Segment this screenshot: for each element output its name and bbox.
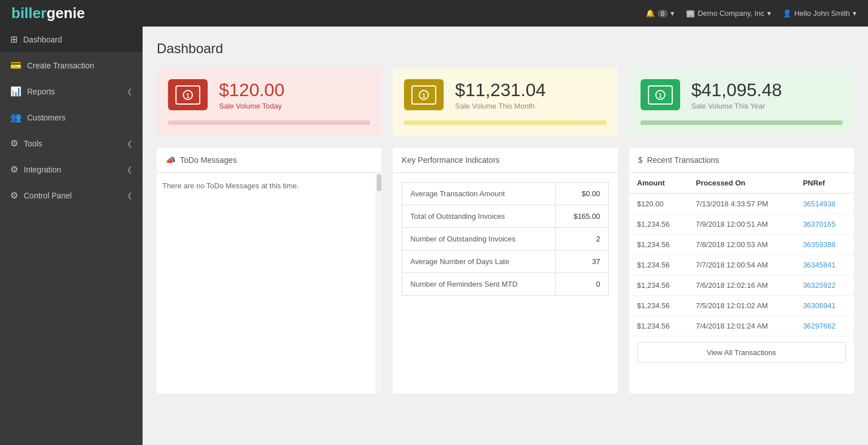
kpi-row-value: $165.00: [555, 205, 608, 228]
tx-processed-on: 7/7/2018 12:00:54 AM: [688, 255, 795, 275]
stat-icon-month: 1: [404, 79, 444, 110]
company-chevron-icon: ▾: [767, 9, 771, 18]
company-icon: 🏢: [686, 9, 695, 18]
logo: billergenie: [11, 5, 85, 22]
stat-label-month: Sale Volume This Month: [455, 102, 545, 110]
kpi-row: Average Number of Days Late37: [402, 250, 608, 273]
control-panel-icon: ⚙: [10, 190, 18, 201]
logo-genie: genie: [46, 5, 85, 21]
stat-amount-year: $41,095.48: [691, 80, 782, 101]
bottom-row: 📣 ToDo Messages There are no ToDo Messag…: [157, 148, 854, 394]
sidebar-item-tools[interactable]: ⚙ Tools ❮: [0, 131, 143, 157]
kpi-row-value: 37: [555, 250, 608, 273]
sidebar-item-integration[interactable]: ⚙ Integration ❮: [0, 157, 143, 183]
kpi-panel: Key Performance Indicators Average Trans…: [393, 148, 617, 394]
tx-pnref-link[interactable]: 36345841: [795, 255, 854, 275]
tx-pnref-link[interactable]: 36514938: [795, 193, 854, 214]
tx-amount: $1,234.56: [629, 296, 688, 316]
svg-text:1: 1: [422, 92, 426, 99]
stat-bottom-bar-today: [168, 120, 370, 125]
main-content: Dashboard 1 $120.00 Sale Volume Today: [143, 27, 868, 445]
tx-pnref-link[interactable]: 36359388: [795, 235, 854, 255]
kpi-row-label: Total of Outstanding Invoices: [402, 205, 555, 228]
tx-pnref-link[interactable]: 36306941: [795, 296, 854, 316]
tx-processed-on: 7/6/2018 12:02:16 AM: [688, 275, 795, 296]
sidebar-item-customers[interactable]: 👥 Customers: [0, 105, 143, 131]
tx-processed-on: 7/13/2018 4:33:57 PM: [688, 193, 795, 214]
stat-card-month: 1 $11,231.04 Sale Volume This Month: [393, 68, 617, 136]
recent-transactions-icon: $: [638, 155, 643, 165]
transactions-table: AmountProcessed OnPNRef $120.00 7/13/201…: [629, 173, 854, 336]
tx-amount: $1,234.56: [629, 275, 688, 296]
todo-body: There are no ToDo Messages at this time.: [157, 173, 381, 394]
kpi-row-label: Average Transaction Amount: [402, 183, 555, 205]
sidebar-item-reports[interactable]: 📊 Reports ❮: [0, 79, 143, 105]
tx-amount: $120.00: [629, 193, 688, 214]
kpi-header-label: Key Performance Indicators: [402, 155, 500, 165]
svg-text:1: 1: [659, 92, 662, 99]
sidebar-item-control-panel[interactable]: ⚙ Control Panel ❮: [0, 183, 143, 209]
sidebar-label-tools: Tools: [24, 139, 42, 148]
tx-pnref-link[interactable]: 36325922: [795, 275, 854, 296]
stat-icon-year: 1: [641, 79, 680, 110]
transaction-row: $1,234.56 7/9/2018 12:00:51 AM 36370165: [629, 214, 854, 235]
sidebar-item-create-transaction[interactable]: 💳 Create Transaction: [0, 53, 143, 79]
bell-icon: 🔔: [646, 9, 655, 18]
user-icon: 👤: [783, 9, 792, 18]
customers-icon: 👥: [10, 112, 22, 123]
user-chevron-icon: ▾: [853, 9, 857, 18]
transaction-row: $1,234.56 7/8/2018 12:00:53 AM 36359388: [629, 235, 854, 255]
kpi-row-label: Average Number of Days Late: [402, 250, 555, 273]
kpi-row-value: 2: [555, 228, 608, 250]
integration-icon: ⚙: [10, 164, 18, 175]
user-menu[interactable]: 👤 Hello John Smith ▾: [783, 9, 857, 18]
kpi-table: Average Transaction Amount$0.00Total of …: [402, 182, 608, 296]
kpi-row: Total of Outstanding Invoices$165.00: [402, 205, 608, 228]
transaction-row: $1,234.56 7/5/2018 12:01:02 AM 36306941: [629, 296, 854, 316]
page-title: Dashboard: [157, 41, 854, 57]
user-greeting: Hello John Smith: [794, 9, 850, 18]
dashboard-icon: ⊞: [10, 34, 18, 45]
transaction-row: $1,234.56 7/6/2018 12:02:16 AM 36325922: [629, 275, 854, 296]
stats-row: 1 $120.00 Sale Volume Today: [157, 68, 854, 136]
integration-chevron-icon: ❮: [127, 166, 132, 174]
tx-amount: $1,234.56: [629, 255, 688, 275]
recent-transactions-label: Recent Transactions: [647, 155, 719, 165]
sidebar-label-dashboard: Dashboard: [23, 35, 62, 44]
sidebar-label-customers: Customers: [27, 113, 66, 122]
transaction-row: $1,234.56 7/4/2018 12:01:24 AM 36297662: [629, 316, 854, 336]
tx-col-header: PNRef: [795, 173, 854, 193]
kpi-row: Average Transaction Amount$0.00: [402, 183, 608, 205]
view-all-transactions-button[interactable]: View All Transactions: [637, 342, 846, 363]
notifications-badge: 0: [658, 10, 668, 18]
sidebar-label-create-transaction: Create Transaction: [27, 61, 94, 70]
transaction-row: $120.00 7/13/2018 4:33:57 PM 36514938: [629, 193, 854, 214]
reports-chevron-icon: ❮: [127, 88, 132, 96]
notifications-bell[interactable]: 🔔 0 ▾: [646, 9, 674, 18]
tx-col-header: Amount: [629, 173, 688, 193]
tx-processed-on: 7/9/2018 12:00:51 AM: [688, 214, 795, 235]
tx-amount: $1,234.56: [629, 316, 688, 336]
main-layout: ⊞ Dashboard 💳 Create Transaction 📊 Repor…: [0, 27, 868, 445]
stat-card-today: 1 $120.00 Sale Volume Today: [157, 68, 381, 136]
tx-pnref-link[interactable]: 36297662: [795, 316, 854, 336]
stat-amount-month: $11,231.04: [455, 80, 545, 101]
company-selector[interactable]: 🏢 Demo Company, Inc ▾: [686, 9, 771, 18]
tx-processed-on: 7/5/2018 12:01:02 AM: [688, 296, 795, 316]
sidebar-label-integration: Integration: [24, 165, 61, 174]
tx-processed-on: 7/4/2018 12:01:24 AM: [688, 316, 795, 336]
reports-icon: 📊: [10, 86, 22, 97]
stat-icon-today: 1: [168, 79, 208, 110]
tx-col-header: Processed On: [688, 173, 795, 193]
stat-amount-today: $120.00: [219, 80, 285, 101]
todo-header: 📣 ToDo Messages: [157, 148, 381, 173]
top-navigation: billergenie 🔔 0 ▾ 🏢 Demo Company, Inc ▾ …: [0, 0, 868, 27]
tx-amount: $1,234.56: [629, 235, 688, 255]
kpi-row-label: Number of Reminders Sent MTD: [402, 273, 555, 296]
logo-biller: biller: [11, 5, 46, 21]
sidebar-item-dashboard[interactable]: ⊞ Dashboard: [0, 27, 143, 53]
tx-processed-on: 7/8/2018 12:00:53 AM: [688, 235, 795, 255]
create-transaction-icon: 💳: [10, 60, 22, 71]
tx-pnref-link[interactable]: 36370165: [795, 214, 854, 235]
kpi-row-value: $0.00: [555, 183, 608, 205]
